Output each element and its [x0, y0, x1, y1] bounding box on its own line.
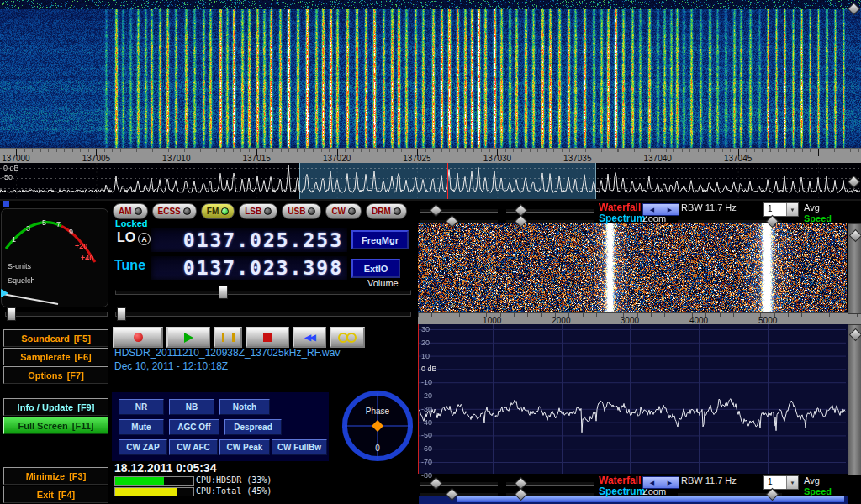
- tuning-slider[interactable]: [115, 312, 411, 317]
- mode-button-cw[interactable]: CW: [325, 203, 362, 219]
- button-full-screen[interactable]: Full Screen[F11]: [3, 417, 108, 434]
- dsp-button-cw-peak[interactable]: CW Peak: [219, 439, 270, 455]
- dsp-button-mute[interactable]: Mute: [119, 419, 164, 435]
- s-meter-tick-1: 1: [12, 235, 16, 244]
- top-waterfall-contrast-slider[interactable]: [506, 208, 594, 213]
- mode-button-label: CW: [331, 207, 346, 216]
- top-pan-control: ◀▶: [642, 203, 679, 216]
- squelch-slider[interactable]: [5, 312, 108, 317]
- hdsdr-app: 1370001370051370101370151370201370251370…: [0, 0, 861, 504]
- mode-button-label: DRM: [372, 207, 391, 216]
- button-fkey: [F3]: [69, 471, 86, 481]
- bottom-spectrum-label: Spectrum: [599, 486, 645, 497]
- af-db-label: -70: [421, 458, 432, 466]
- tune-frequency-display[interactable]: 0137.023.398: [151, 255, 348, 281]
- freq-scale-label: 137045: [724, 154, 752, 163]
- bottom-avg-select[interactable]: 1▼: [763, 475, 799, 490]
- extio-button[interactable]: ExtIO: [351, 259, 400, 278]
- mode-button-drm[interactable]: DRM: [366, 203, 407, 219]
- af-spectrum-panel: 3020100 dB-10-20-30-40-50-60-70-80: [418, 324, 848, 474]
- top-rbw-label: RBW 11.7 Hz: [681, 202, 737, 213]
- top-avg-value: 1: [764, 203, 786, 216]
- af-spectrum-vslider-thumb[interactable]: [849, 328, 861, 342]
- dsp-button-nr[interactable]: NR: [119, 399, 164, 415]
- button-fkey: [F4]: [58, 490, 75, 500]
- locked-label: Locked: [115, 218, 148, 228]
- bottom-waterfall-brightness-slider[interactable]: [420, 481, 498, 486]
- dsp-button-despread[interactable]: Despread: [224, 419, 282, 435]
- lo-frequency-display[interactable]: 0137.025.253: [151, 228, 348, 253]
- top-spectrum-upper-slider[interactable]: [420, 219, 498, 223]
- phase-dial[interactable]: Phase 0: [342, 387, 413, 461]
- bottom-waterfall-contrast-slider[interactable]: [506, 481, 594, 486]
- s-meter-tick-5: 5: [42, 218, 46, 227]
- button-label: Samplerate: [20, 352, 70, 362]
- playback-play-button[interactable]: [166, 327, 210, 348]
- dsp-button-agc-off[interactable]: AGC Off: [169, 419, 219, 435]
- rf-spectrum-display[interactable]: [0, 163, 861, 199]
- button-soundcard[interactable]: Soundcard[F5]: [3, 329, 108, 347]
- mode-button-am[interactable]: AM: [113, 203, 148, 219]
- squelch-slider-thumb[interactable]: [7, 307, 16, 321]
- af-waterfall-vslider-thumb[interactable]: [849, 229, 861, 243]
- button-fkey: [F7]: [67, 370, 84, 381]
- mode-button-usb[interactable]: USB: [282, 203, 321, 219]
- button-fkey: [F6]: [75, 352, 92, 362]
- dsp-button-cw-afc[interactable]: CW AFC: [169, 439, 218, 455]
- playback-stop-button[interactable]: [246, 327, 289, 348]
- dsp-button-cw-zap[interactable]: CW ZAP: [119, 439, 167, 455]
- freqmgr-button[interactable]: FreqMgr: [351, 230, 409, 249]
- mode-button-fm[interactable]: FM: [201, 203, 235, 219]
- af-waterfall-vslider[interactable]: [848, 223, 861, 314]
- playback-record-button[interactable]: [113, 327, 163, 348]
- dsp-button-cw-fullbw[interactable]: CW FullBw: [272, 439, 327, 455]
- dsp-button-nb[interactable]: NB: [169, 399, 214, 415]
- top-zoom-slider[interactable]: [678, 219, 782, 223]
- bottom-pan-control: ◀▶: [642, 476, 679, 489]
- cpu-total-bar: [114, 487, 194, 496]
- mode-led-icon: [348, 207, 356, 215]
- top-waterfall-brightness-slider-thumb[interactable]: [430, 204, 443, 218]
- dsp-button-notch[interactable]: Notch: [219, 399, 270, 415]
- bottom-spectrum-lower-slider[interactable]: [506, 492, 594, 496]
- af-spectrum-display[interactable]: [419, 324, 846, 474]
- playback-loop-button[interactable]: [330, 327, 365, 348]
- bottom-pan-left-button[interactable]: ◀: [643, 477, 661, 488]
- rf-frequency-scale[interactable]: 1370001370051370101370151370201370251370…: [0, 148, 861, 164]
- top-waterfall-brightness-slider[interactable]: [420, 208, 498, 213]
- af-spectrum-vslider[interactable]: [848, 324, 861, 475]
- top-pan-right-button[interactable]: ▶: [661, 204, 679, 215]
- mode-button-label: LSB: [245, 207, 261, 216]
- af-frequency-scale[interactable]: 10002000300040005000: [418, 312, 861, 325]
- button-exit[interactable]: Exit[F4]: [3, 486, 108, 503]
- af-pan-scrollbar-thumb[interactable]: [457, 496, 844, 502]
- playback-pause-button[interactable]: [214, 327, 242, 348]
- lo-lock-badge[interactable]: A: [138, 233, 151, 245]
- button-minimize[interactable]: Minimize[F3]: [3, 467, 108, 485]
- rf-waterfall-display[interactable]: [0, 0, 861, 148]
- bottom-zoom-slider[interactable]: [678, 492, 782, 496]
- volume-label: Volume: [367, 278, 399, 288]
- tuning-slider-thumb[interactable]: [117, 307, 126, 321]
- button-label: Options: [28, 370, 63, 381]
- top-pan-left-button[interactable]: ◀: [643, 204, 661, 215]
- af-waterfall-display[interactable]: [418, 223, 847, 312]
- top-spectrum-lower-slider[interactable]: [506, 219, 594, 223]
- button-info-update[interactable]: Info / Update[F9]: [3, 398, 108, 416]
- dsp-panel: NRNBNotchMuteAGC OffDespreadCW ZAPCW AFC…: [112, 392, 329, 461]
- freq-scale-label: 137005: [82, 154, 110, 163]
- top-avg-select[interactable]: 1▼: [763, 202, 799, 217]
- bottom-pan-right-button[interactable]: ▶: [661, 477, 679, 488]
- mode-button-label: FM: [207, 207, 219, 216]
- button-options[interactable]: Options[F7]: [3, 366, 108, 384]
- bottom-spectrum-upper-slider[interactable]: [420, 492, 498, 496]
- mode-button-lsb[interactable]: LSB: [239, 203, 277, 219]
- volume-slider[interactable]: [115, 290, 411, 295]
- af-db-label: 10: [421, 352, 430, 360]
- cpu-total-bar-fill: [115, 488, 177, 496]
- mode-button-ecss[interactable]: ECSS: [152, 203, 197, 219]
- volume-slider-thumb[interactable]: [219, 286, 228, 299]
- playback-rewind-button[interactable]: ◀◀: [293, 327, 326, 348]
- button-samplerate[interactable]: Samplerate[F6]: [3, 348, 108, 365]
- bottom-rbw-label: RBW 11.7 Hz: [681, 475, 737, 486]
